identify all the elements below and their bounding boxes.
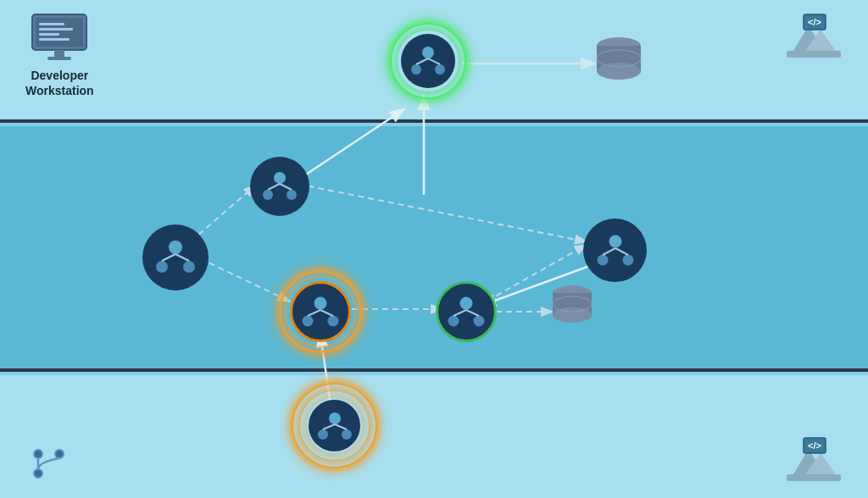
svg-rect-5 [39, 38, 70, 41]
svg-line-74 [323, 424, 335, 429]
svg-point-53 [183, 261, 195, 273]
node-main [142, 224, 209, 290]
svg-rect-3 [39, 28, 73, 30]
svg-point-57 [303, 316, 314, 327]
svg-line-54 [162, 254, 175, 261]
svg-point-48 [287, 190, 297, 200]
node-b-container [432, 278, 500, 346]
developer-workstation-icon: Developer Workstation [25, 13, 94, 98]
svg-text:</>: </> [808, 17, 821, 27]
svg-point-58 [328, 316, 339, 327]
svg-point-56 [314, 297, 327, 310]
svg-line-60 [320, 310, 333, 316]
node-middle-top-left-container [250, 157, 309, 216]
svg-rect-10 [787, 51, 841, 58]
svg-point-19 [34, 450, 42, 458]
svg-rect-1 [36, 18, 83, 47]
svg-rect-15 [787, 474, 841, 481]
svg-point-66 [609, 235, 621, 247]
svg-point-62 [448, 316, 459, 327]
svg-point-20 [55, 450, 64, 458]
node-b [436, 281, 497, 342]
git-branch-icon [25, 441, 76, 490]
node-b-double-prime [401, 34, 455, 88]
bottom-section [0, 375, 868, 498]
svg-point-67 [597, 254, 608, 265]
svg-line-55 [175, 254, 189, 261]
svg-point-51 [169, 241, 182, 254]
svg-rect-7 [47, 57, 71, 60]
svg-line-65 [466, 310, 479, 316]
svg-line-50 [280, 184, 292, 190]
svg-point-72 [318, 429, 328, 440]
svg-point-68 [622, 254, 633, 265]
svg-rect-4 [39, 33, 59, 36]
svg-point-47 [263, 190, 273, 200]
node-main-container [142, 224, 209, 290]
svg-text:</>: </> [808, 440, 821, 451]
sandbox-top-icon: </> [785, 13, 843, 66]
node-middle-top-left [250, 157, 309, 216]
svg-rect-6 [54, 50, 64, 57]
node-baseline-container [583, 219, 647, 282]
node-a-double-prime [309, 400, 360, 451]
developer-workstation-label: Developer Workstation [25, 68, 94, 98]
node-a [290, 281, 351, 342]
svg-point-43 [435, 64, 445, 75]
svg-point-42 [411, 64, 421, 75]
svg-line-64 [453, 310, 466, 316]
svg-point-46 [274, 172, 286, 184]
svg-point-35 [597, 63, 641, 80]
svg-point-41 [422, 47, 434, 58]
node-a-container [287, 278, 354, 346]
node-baseline [583, 219, 647, 282]
svg-point-73 [342, 429, 352, 440]
node-a-double-prime-container [290, 381, 379, 470]
svg-line-59 [308, 310, 320, 316]
svg-line-45 [428, 58, 440, 64]
svg-point-63 [474, 316, 485, 327]
svg-point-18 [34, 469, 42, 478]
svg-line-44 [416, 58, 428, 64]
svg-line-69 [603, 248, 615, 255]
svg-point-61 [460, 297, 473, 310]
database-top-icon [593, 36, 644, 94]
sandbox-bottom-icon: </> [785, 436, 843, 490]
svg-point-71 [329, 412, 341, 424]
svg-line-70 [615, 248, 628, 255]
svg-point-52 [156, 261, 168, 273]
svg-line-49 [268, 184, 280, 190]
svg-rect-2 [39, 23, 64, 25]
database-middle-icon [549, 284, 596, 336]
node-b-double-prime-container [386, 19, 470, 103]
svg-line-75 [335, 424, 347, 429]
